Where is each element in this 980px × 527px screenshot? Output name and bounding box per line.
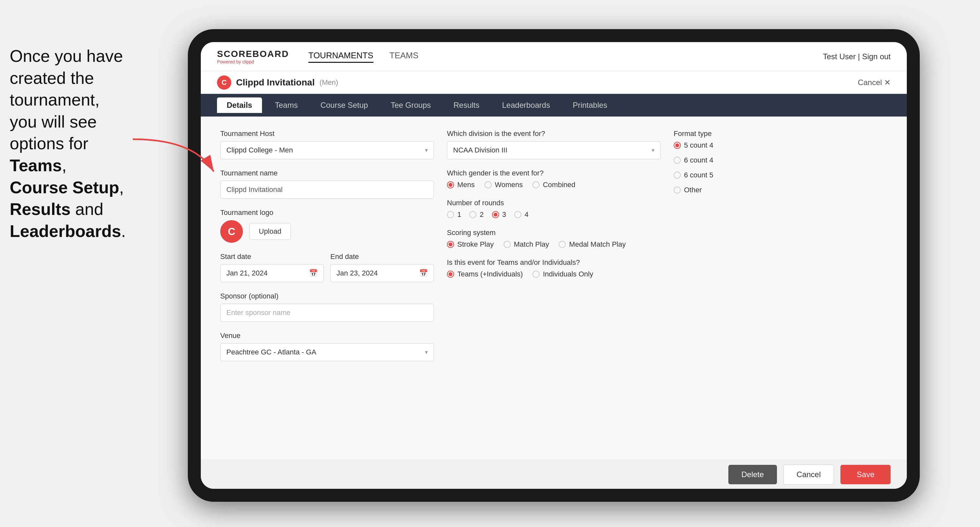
gender-combined-option[interactable]: Combined (533, 181, 575, 189)
tournament-host-select[interactable]: Clippd College - Men ▾ (220, 141, 434, 159)
radio-round3-icon (492, 211, 499, 218)
logo-upload-row: C Upload (220, 220, 434, 243)
delete-button[interactable]: Delete (729, 465, 776, 484)
sponsor-input[interactable]: Enter sponsor name (220, 304, 434, 322)
rounds-radio-group: 1 2 3 4 (447, 210, 661, 219)
radio-individuals-icon (533, 271, 539, 278)
rounds-3-option[interactable]: 3 (492, 210, 506, 219)
tab-details[interactable]: Details (217, 97, 262, 113)
save-button[interactable]: Save (840, 465, 891, 484)
end-date-input[interactable]: Jan 23, 2024 📅 (330, 264, 434, 282)
tablet-screen: SCOREBOARD Powered by clippd TOURNAMENTS… (201, 42, 907, 489)
main-content: Tournament Host Clippd College - Men ▾ T… (201, 116, 907, 489)
tournament-name-label: Tournament name (220, 169, 434, 178)
radio-round4-icon (514, 211, 522, 218)
scoring-radio-group: Stroke Play Match Play Medal Match Play (447, 240, 661, 249)
intro-text: Once you have created the tournament, yo… (0, 39, 162, 249)
tournament-host-label: Tournament Host (220, 130, 434, 138)
tab-results[interactable]: Results (444, 97, 489, 113)
rounds-group: Number of rounds 1 2 (447, 199, 661, 219)
rounds-label: Number of rounds (447, 199, 661, 207)
tournament-host-group: Tournament Host Clippd College - Men ▾ (220, 130, 434, 159)
cancel-button[interactable]: Cancel (783, 465, 834, 484)
gender-radio-group: Mens Womens Combined (447, 181, 661, 189)
tournament-name-input[interactable]: Clippd Invitational (220, 181, 434, 199)
tournament-type: (Men) (320, 78, 338, 87)
gender-label: Which gender is the event for? (447, 169, 661, 178)
format-type-label: Format type (674, 130, 888, 138)
venue-select[interactable]: Peachtree GC - Atlanta - GA ▾ (220, 343, 434, 361)
radio-medal-match-icon (558, 241, 566, 248)
scoring-stroke-option[interactable]: Stroke Play (447, 240, 494, 249)
tournament-name: Clippd Invitational (236, 77, 315, 88)
gender-mens-option[interactable]: Mens (447, 181, 475, 189)
gender-group: Which gender is the event for? Mens Wome… (447, 169, 661, 189)
cancel-top-button[interactable]: Cancel ✕ (858, 78, 891, 87)
start-date-label: Start date (220, 252, 324, 261)
tab-teams[interactable]: Teams (265, 97, 308, 113)
radio-mens-icon (447, 181, 454, 188)
format-radio-group: 5 count 4 6 count 4 6 count 5 (674, 141, 888, 194)
gender-womens-option[interactable]: Womens (485, 181, 523, 189)
team-individual-group: Is this event for Teams and/or Individua… (447, 258, 661, 278)
app-logo: SCOREBOARD Powered by clippd (217, 49, 289, 64)
tournament-header: C Clippd Invitational (Men) Cancel ✕ (201, 71, 907, 94)
radio-other-icon (674, 186, 681, 194)
teams-option[interactable]: Teams (+Individuals) (447, 270, 523, 278)
radio-match-icon (504, 241, 511, 248)
rounds-4-option[interactable]: 4 (514, 210, 528, 219)
scoring-label: Scoring system (447, 229, 661, 237)
scoring-medal-match-option[interactable]: Medal Match Play (558, 240, 626, 249)
format-type-group: Format type 5 count 4 6 count 4 (674, 130, 888, 194)
radio-stroke-icon (447, 241, 454, 248)
date-fields-group: Start date Jan 21, 2024 📅 End date Jan 2… (220, 252, 434, 282)
format-6count5-option[interactable]: 6 count 5 (674, 171, 888, 179)
rounds-2-option[interactable]: 2 (469, 210, 484, 219)
team-individual-label: Is this event for Teams and/or Individua… (447, 258, 661, 267)
tab-bar: Details Teams Course Setup Tee Groups Re… (201, 94, 907, 116)
division-group: Which division is the event for? NCAA Di… (447, 130, 661, 159)
format-other-option[interactable]: Other (674, 186, 888, 194)
tournament-name-group: Tournament name Clippd Invitational (220, 169, 434, 199)
radio-6count5-icon (674, 171, 681, 179)
radio-combined-icon (533, 181, 539, 188)
nav-tournaments[interactable]: TOURNAMENTS (308, 51, 373, 63)
chevron-down-icon: ▾ (425, 349, 428, 356)
tab-leaderboards[interactable]: Leaderboards (492, 97, 560, 113)
radio-round1-icon (447, 211, 454, 218)
logo-preview: C (220, 220, 243, 243)
tab-course-setup[interactable]: Course Setup (310, 97, 378, 113)
scoring-group: Scoring system Stroke Play Match Play (447, 229, 661, 249)
form-col-2: Which division is the event for? NCAA Di… (447, 130, 661, 447)
tournament-logo-label: Tournament logo (220, 208, 434, 217)
tournament-logo-group: Tournament logo C Upload (220, 208, 434, 243)
tournament-title-row: C Clippd Invitational (Men) (217, 75, 338, 90)
chevron-down-icon: ▾ (652, 147, 654, 154)
nav-links: TOURNAMENTS TEAMS (308, 51, 418, 63)
calendar-icon: 📅 (419, 269, 428, 278)
nav-teams[interactable]: TEAMS (390, 51, 419, 63)
division-select[interactable]: NCAA Division III ▾ (447, 141, 661, 159)
logo-area: SCOREBOARD Powered by clippd TOURNAMENTS… (217, 49, 418, 64)
action-bar: Delete Cancel Save (201, 460, 907, 489)
radio-round2-icon (469, 211, 476, 218)
tab-tee-groups[interactable]: Tee Groups (381, 97, 441, 113)
end-date-group: End date Jan 23, 2024 📅 (330, 252, 434, 282)
sponsor-group: Sponsor (optional) Enter sponsor name (220, 292, 434, 322)
venue-label: Venue (220, 332, 434, 340)
form-body: Tournament Host Clippd College - Men ▾ T… (201, 116, 907, 460)
rounds-1-option[interactable]: 1 (447, 210, 461, 219)
format-5count4-option[interactable]: 5 count 4 (674, 141, 888, 149)
chevron-down-icon: ▾ (425, 147, 428, 154)
radio-6count4-icon (674, 157, 681, 164)
individuals-option[interactable]: Individuals Only (533, 270, 593, 278)
upload-button[interactable]: Upload (249, 223, 291, 240)
start-date-input[interactable]: Jan 21, 2024 📅 (220, 264, 324, 282)
start-date-group: Start date Jan 21, 2024 📅 (220, 252, 324, 282)
format-6count4-option[interactable]: 6 count 4 (674, 156, 888, 164)
user-area[interactable]: Test User | Sign out (823, 52, 891, 61)
calendar-icon: 📅 (309, 269, 318, 278)
scoring-match-option[interactable]: Match Play (504, 240, 549, 249)
tab-printables[interactable]: Printables (563, 97, 617, 113)
radio-teams-icon (447, 271, 454, 278)
